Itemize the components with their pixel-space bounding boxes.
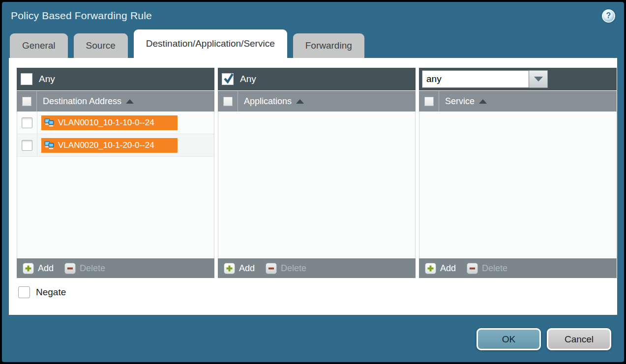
dropdown-button[interactable] (529, 70, 548, 88)
table-row: VLAN0020_10-1-20-0--24 (17, 134, 214, 157)
add-button[interactable]: Add (23, 263, 54, 274)
add-label: Add (38, 263, 54, 274)
row-checkbox[interactable] (22, 140, 32, 151)
sort-asc-icon[interactable] (296, 99, 304, 104)
delete-button[interactable]: Delete (266, 263, 306, 274)
service-list (419, 112, 617, 258)
plus-icon (425, 263, 436, 274)
page-title: Policy Based Forwarding Rule (11, 10, 152, 22)
delete-button[interactable]: Delete (467, 263, 507, 274)
negate-row: Negate (9, 278, 617, 298)
checkmark-icon (223, 73, 235, 84)
service-column-header-row[interactable]: Service (419, 90, 617, 112)
row-checkbox-cell (17, 112, 37, 134)
list-item[interactable]: VLAN0020_10-1-20-0--24 (41, 138, 178, 153)
tab-destination-application-service[interactable]: Destination/Application/Service (134, 29, 287, 58)
content-panel: Any Destination Address (9, 58, 617, 315)
applications-footer: Add Delete (218, 258, 416, 278)
destination-any-header: Any (17, 68, 214, 90)
network-icon (44, 141, 54, 149)
service-dropdown (422, 70, 548, 88)
row-checkbox-cell (17, 134, 37, 156)
destination-any-label: Any (39, 74, 55, 84)
service-column-header: Service (445, 96, 475, 107)
tab-forwarding[interactable]: Forwarding (293, 33, 364, 58)
help-icon[interactable]: ? (602, 9, 615, 23)
network-icon (44, 118, 54, 127)
tab-bar: General Source Destination/Application/S… (2, 29, 624, 58)
delete-label: Delete (482, 263, 507, 274)
negate-checkbox[interactable] (18, 286, 30, 298)
service-select-all-checkbox[interactable] (424, 97, 434, 106)
service-dropdown-input[interactable] (422, 70, 529, 88)
item-label: VLAN0020_10-1-20-0--24 (58, 140, 154, 150)
row-checkbox[interactable] (22, 117, 32, 128)
tab-source[interactable]: Source (74, 33, 128, 58)
applications-list (218, 112, 416, 258)
add-button[interactable]: Add (425, 263, 456, 274)
delete-label: Delete (281, 263, 306, 274)
item-label: VLAN0010_10-1-10-0--24 (58, 118, 154, 128)
applications-any-checkbox[interactable] (222, 73, 234, 85)
negate-label: Negate (36, 287, 66, 298)
columns-container: Any Destination Address (9, 58, 617, 278)
applications-column-header: Applications (244, 96, 292, 107)
ok-button[interactable]: OK (477, 328, 541, 350)
title-bar: Policy Based Forwarding Rule ? (2, 2, 624, 29)
destination-header-checkbox-cell (17, 91, 37, 112)
plus-icon (23, 263, 34, 274)
service-header-checkbox-cell (419, 91, 439, 112)
service-dropdown-header (419, 68, 617, 90)
destination-column: Any Destination Address (17, 68, 214, 278)
destination-any-checkbox[interactable] (21, 73, 32, 85)
destination-column-header-row[interactable]: Destination Address (17, 90, 214, 112)
applications-column: Any Applications Add (218, 68, 416, 278)
applications-column-header-row[interactable]: Applications (218, 90, 416, 112)
dialog-button-row: OK Cancel (477, 328, 611, 350)
add-button[interactable]: Add (224, 263, 255, 274)
add-label: Add (239, 263, 255, 274)
destination-list: VLAN0010_10-1-10-0--24 (17, 112, 214, 258)
applications-any-label: Any (240, 74, 256, 84)
tab-general[interactable]: General (10, 33, 68, 58)
destination-footer: Add Delete (17, 258, 214, 278)
destination-column-header: Destination Address (43, 96, 121, 107)
delete-label: Delete (80, 263, 105, 274)
applications-select-all-checkbox[interactable] (223, 97, 233, 106)
table-row: VLAN0010_10-1-10-0--24 (17, 112, 214, 134)
sort-asc-icon[interactable] (479, 99, 487, 104)
applications-any-header: Any (218, 68, 416, 90)
cancel-button[interactable]: Cancel (547, 328, 611, 350)
service-footer: Add Delete (419, 258, 617, 278)
sort-asc-icon[interactable] (126, 99, 134, 104)
minus-icon (64, 263, 76, 274)
policy-based-forwarding-dialog: Policy Based Forwarding Rule ? General S… (0, 0, 626, 364)
applications-header-checkbox-cell (218, 91, 238, 112)
plus-icon (224, 263, 235, 274)
service-column: Service Add Delete (419, 68, 617, 278)
list-item[interactable]: VLAN0010_10-1-10-0--24 (41, 115, 178, 130)
add-label: Add (440, 263, 456, 274)
destination-select-all-checkbox[interactable] (22, 97, 31, 106)
delete-button[interactable]: Delete (64, 263, 105, 274)
minus-icon (467, 263, 478, 274)
chevron-down-icon (534, 77, 543, 82)
minus-icon (266, 263, 277, 274)
